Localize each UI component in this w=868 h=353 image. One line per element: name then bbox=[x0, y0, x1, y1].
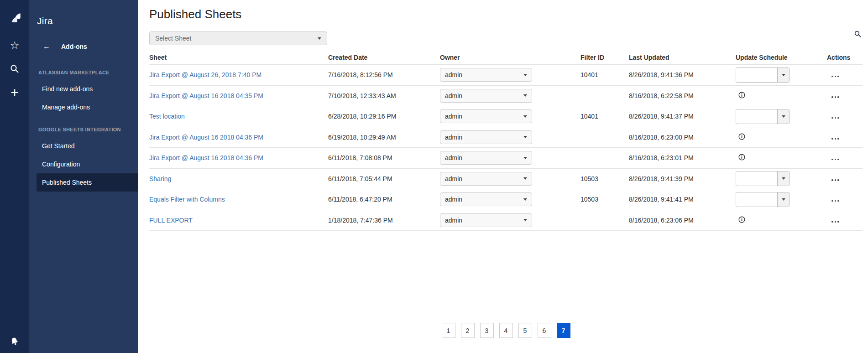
notifications-bell-icon[interactable] bbox=[7, 334, 23, 349]
update-schedule-caret-button[interactable] bbox=[777, 109, 789, 124]
search-icon[interactable] bbox=[8, 63, 21, 75]
actions-menu-button[interactable] bbox=[827, 200, 839, 202]
filter-id-cell: 10401 bbox=[580, 71, 629, 78]
table-row: Jira Export @ August 16 2018 04:36 PM 6/… bbox=[149, 148, 863, 169]
page-button-3[interactable]: 3 bbox=[480, 323, 494, 338]
owner-value: admin bbox=[445, 92, 462, 99]
sheet-link[interactable]: Sharing bbox=[149, 175, 171, 182]
table-search-icon[interactable] bbox=[854, 30, 862, 40]
created-date-cell: 6/19/2018, 10:29:49 AM bbox=[328, 134, 440, 141]
sheet-link[interactable]: Test location bbox=[149, 113, 185, 120]
column-header-sheet: Sheet bbox=[149, 54, 328, 61]
owner-dropdown[interactable]: admin bbox=[440, 89, 532, 103]
actions-menu-button[interactable] bbox=[827, 179, 839, 181]
page-button-7[interactable]: 7 bbox=[557, 323, 570, 338]
column-header-last-updated: Last Updated bbox=[629, 54, 736, 61]
created-date-cell: 6/28/2018, 10:29:16 PM bbox=[328, 113, 440, 120]
sheet-link[interactable]: Jira Export @ August 26, 2018 7:40 PM bbox=[149, 71, 261, 78]
sheet-link[interactable]: FULL EXPORT bbox=[149, 217, 193, 224]
info-icon[interactable] bbox=[738, 154, 745, 161]
info-icon[interactable] bbox=[738, 92, 745, 99]
sidebar-section-marketplace: ATLASSIAN MARKETPLACE bbox=[29, 70, 138, 75]
sidebar-item-get-started[interactable]: Get Started bbox=[29, 137, 138, 155]
back-arrow-icon: ← bbox=[43, 42, 50, 51]
actions-menu-button[interactable] bbox=[827, 117, 839, 119]
page-button-2[interactable]: 2 bbox=[461, 323, 475, 338]
sheet-link[interactable]: Jira Export @ August 16 2018 04:36 PM bbox=[149, 134, 263, 141]
info-icon[interactable] bbox=[738, 216, 745, 223]
sidebar-item-configuration[interactable]: Configuration bbox=[29, 155, 138, 173]
last-updated-cell: 8/26/2018, 9:41:37 PM bbox=[629, 113, 736, 120]
page-button-1[interactable]: 1 bbox=[442, 323, 455, 338]
column-header-owner: Owner bbox=[440, 54, 580, 61]
sidebar-item-label: Configuration bbox=[42, 161, 80, 168]
actions-menu-button[interactable] bbox=[827, 159, 839, 161]
last-updated-cell: 8/26/2018, 9:41:39 PM bbox=[629, 175, 736, 182]
owner-dropdown[interactable]: admin bbox=[440, 68, 532, 82]
created-date-cell: 6/11/2018, 7:05:44 PM bbox=[328, 175, 440, 182]
owner-dropdown[interactable]: admin bbox=[440, 192, 532, 206]
owner-dropdown[interactable]: admin bbox=[440, 151, 532, 165]
star-icon[interactable]: ☆ bbox=[8, 39, 21, 51]
sheet-link[interactable]: Jira Export @ August 16 2018 04:35 PM bbox=[149, 92, 263, 99]
page-button-6[interactable]: 6 bbox=[538, 323, 551, 338]
pagination: 1234567 bbox=[149, 323, 863, 338]
sidebar-item-published-sheets[interactable]: Published Sheets bbox=[37, 173, 138, 192]
update-schedule-dropdown[interactable] bbox=[736, 192, 790, 207]
sheet-link[interactable]: Jira Export @ August 16 2018 04:36 PM bbox=[149, 154, 263, 161]
info-icon[interactable] bbox=[738, 133, 745, 140]
column-header-filter-id: Filter ID bbox=[580, 54, 629, 61]
sidebar-item-find-new-add-ons[interactable]: Find new add-ons bbox=[29, 80, 138, 98]
column-header-actions: Actions bbox=[827, 54, 863, 61]
owner-value: admin bbox=[445, 217, 462, 224]
update-schedule-value bbox=[736, 192, 777, 207]
actions-menu-button[interactable] bbox=[827, 96, 839, 98]
table-row: Jira Export @ August 26, 2018 7:40 PM 7/… bbox=[149, 65, 863, 86]
owner-value: admin bbox=[445, 113, 462, 120]
select-sheet-placeholder: Select Sheet bbox=[155, 35, 191, 42]
chevron-down-icon bbox=[523, 94, 527, 97]
owner-dropdown[interactable]: admin bbox=[440, 172, 532, 186]
chevron-down-icon bbox=[782, 177, 785, 180]
select-sheet-dropdown[interactable]: Select Sheet bbox=[149, 31, 327, 45]
created-date-cell: 1/18/2018, 7:47:36 PM bbox=[328, 217, 440, 224]
update-schedule-dropdown[interactable] bbox=[736, 171, 790, 186]
created-date-cell: 6/11/2018, 6:47:20 PM bbox=[328, 196, 440, 203]
update-schedule-caret-button[interactable] bbox=[777, 171, 789, 186]
sidebar-section-google-sheets: GOOGLE SHEETS INTEGRATION bbox=[29, 127, 138, 132]
filter-id-cell: 10401 bbox=[580, 113, 629, 120]
last-updated-cell: 8/16/2018, 6:23:01 PM bbox=[629, 154, 736, 161]
page-button-5[interactable]: 5 bbox=[518, 323, 532, 338]
page-button-4[interactable]: 4 bbox=[499, 323, 513, 338]
sidebar-item-label: Find new add-ons bbox=[42, 85, 93, 93]
sidebar-back-addons[interactable]: ← Add-ons bbox=[29, 42, 138, 51]
owner-value: admin bbox=[445, 196, 462, 203]
update-schedule-value bbox=[736, 109, 777, 124]
actions-menu-button[interactable] bbox=[827, 138, 839, 140]
owner-dropdown[interactable]: admin bbox=[440, 130, 532, 144]
column-header-update-schedule: Update Schedule bbox=[736, 54, 827, 61]
table-row: FULL EXPORT 1/18/2018, 7:47:36 PM admin … bbox=[149, 210, 863, 231]
table-body: Jira Export @ August 26, 2018 7:40 PM 7/… bbox=[149, 65, 863, 231]
published-sheets-table: Sheet Created Date Owner Filter ID Last … bbox=[149, 50, 863, 231]
chevron-down-icon bbox=[523, 177, 527, 180]
table-row: Jira Export @ August 16 2018 04:35 PM 7/… bbox=[149, 86, 863, 107]
last-updated-cell: 8/26/2018, 9:41:41 PM bbox=[629, 196, 736, 203]
filter-id-cell: 10503 bbox=[580, 196, 629, 203]
add-icon[interactable]: + bbox=[8, 87, 21, 99]
actions-menu-button[interactable] bbox=[827, 221, 839, 223]
chevron-down-icon bbox=[523, 74, 527, 76]
update-schedule-caret-button[interactable] bbox=[777, 192, 789, 207]
actions-menu-button[interactable] bbox=[827, 76, 839, 78]
sidebar-item-label: Get Started bbox=[42, 142, 75, 150]
update-schedule-caret-button[interactable] bbox=[777, 68, 789, 82]
chevron-down-icon bbox=[523, 136, 527, 138]
sidebar-item-manage-add-ons[interactable]: Manage add-ons bbox=[29, 98, 138, 116]
update-schedule-dropdown[interactable] bbox=[736, 67, 790, 83]
column-header-created-date: Created Date bbox=[328, 54, 440, 61]
sheet-link[interactable]: Equals Filter with Columns bbox=[149, 196, 225, 203]
owner-dropdown[interactable]: admin bbox=[440, 213, 532, 227]
app-window: ☆ + Jira ← Add-ons ATLASSIAN MARKETPLACE… bbox=[0, 0, 868, 353]
owner-dropdown[interactable]: admin bbox=[440, 109, 532, 123]
update-schedule-dropdown[interactable] bbox=[736, 109, 790, 124]
